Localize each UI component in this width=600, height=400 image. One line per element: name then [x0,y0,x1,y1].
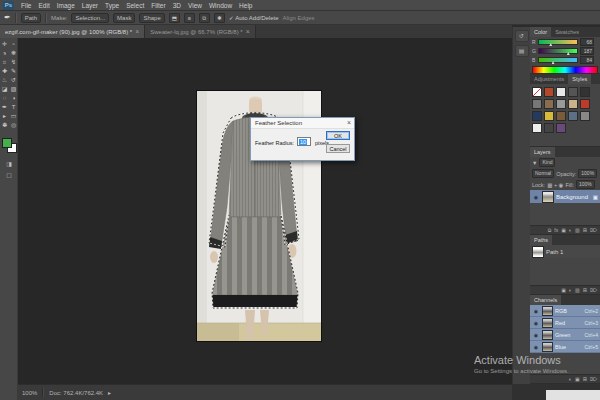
pen-tool[interactable]: ✒ [0,103,9,112]
history-brush-tool[interactable]: ↺ [9,76,18,85]
style-swatch[interactable] [568,87,578,97]
tab-paths[interactable]: Paths [530,235,552,245]
style-swatch[interactable] [580,99,590,109]
green-value-field[interactable]: 187 [580,47,594,55]
hand-tool[interactable]: ✽ [0,121,9,130]
menu-file[interactable]: File [21,0,31,11]
quick-selection-tool[interactable]: ❋ [9,49,18,58]
adjustment-layer-icon[interactable]: ◐ [569,227,572,233]
style-swatch[interactable] [580,87,590,97]
zoom-level-field[interactable]: 100% [22,390,37,396]
blue-value-field[interactable]: 84 [580,56,594,64]
path-row[interactable]: Path 1 [530,245,600,258]
new-path-icon[interactable]: ⊞ [583,287,587,293]
zoom-tool[interactable]: ◎ [9,121,18,130]
tab-color[interactable]: Color [530,27,551,37]
channel-row-green[interactable]: ◉ Green Ctrl+4 [530,329,600,341]
path-arrangement-icon[interactable]: ⧉ [199,13,210,23]
status-options-arrow[interactable]: ▸ [108,389,111,396]
layer-effects-icon[interactable]: fx [554,227,558,233]
pen-tool-icon[interactable]: ✒ [4,13,11,22]
tab-adjustments[interactable]: Adjustments [530,74,568,84]
brush-tool[interactable]: ✎ [9,67,18,76]
style-swatch[interactable] [556,123,566,133]
move-tool[interactable]: ✛ [0,40,9,49]
properties-panel-icon[interactable]: ▤ [515,45,529,57]
menu-edit[interactable]: Edit [38,0,49,11]
save-channel-icon[interactable]: ▣ [575,376,580,382]
path-operations-icon[interactable]: ⬒ [169,13,180,23]
style-swatch[interactable] [532,111,542,121]
eyedropper-tool[interactable]: ↯ [9,58,18,67]
rectangular-marquee-tool[interactable]: ▫ [9,40,18,49]
channel-row-red[interactable]: ◉ Red Ctrl+3 [530,317,600,329]
crop-tool[interactable]: ⌗ [0,58,9,67]
path-thumbnail[interactable] [532,246,544,258]
auto-add-delete-checkbox[interactable]: ✓ Auto Add/Delete [229,14,279,21]
color-ramp[interactable] [532,66,598,74]
style-swatch[interactable] [568,111,578,121]
tab-document-2[interactable]: Sweater-lq.jpg @ 66.7% (RGB/8) * × [145,25,256,38]
stroke-path-icon[interactable]: ◐ [569,287,572,293]
filter-icon[interactable]: ▼ [532,160,537,166]
style-swatch[interactable] [556,87,566,97]
blend-mode-dropdown[interactable]: Normal [532,169,554,178]
menu-type[interactable]: Type [105,0,119,11]
feather-radius-input[interactable]: 10 [297,137,311,146]
eye-icon[interactable]: ◉ [532,332,540,338]
delete-layer-icon[interactable]: ⌦ [590,227,597,233]
channel-row-blue[interactable]: ◉ Blue Ctrl+5 [530,341,600,353]
kind-filter-dropdown[interactable]: Kind [539,158,555,167]
lock-icons[interactable]: ▦ + ◉ [547,182,563,188]
ok-button[interactable]: OK [326,131,350,140]
align-edges-checkbox[interactable]: Align Edges [283,15,315,21]
new-channel-icon[interactable]: ⊞ [583,376,587,382]
gear-icon[interactable]: ✱ [214,13,225,23]
style-swatch[interactable] [544,99,554,109]
close-icon[interactable]: × [246,28,250,35]
style-none-swatch[interactable] [532,87,542,97]
style-swatch[interactable] [544,111,554,121]
history-panel-icon[interactable]: ↺ [515,30,529,42]
dialog-title-bar[interactable]: Feather Selection × [251,118,354,129]
menu-image[interactable]: Image [57,0,75,11]
new-layer-icon[interactable]: ⊞ [583,227,587,233]
style-swatch[interactable] [556,99,566,109]
delete-channel-icon[interactable]: ⌦ [590,376,597,382]
fill-path-icon[interactable]: ▣ [561,287,566,293]
clone-stamp-tool[interactable]: ♨ [0,76,9,85]
menu-filter[interactable]: Filter [151,0,165,11]
channel-row-rgb[interactable]: ◉ RGB Ctrl+2 [530,305,600,317]
style-swatch[interactable] [544,123,554,133]
tab-styles[interactable]: Styles [568,74,591,84]
opacity-value[interactable]: 100% [578,169,597,178]
green-slider[interactable] [538,48,578,54]
style-swatch[interactable] [532,123,542,133]
load-channel-icon[interactable]: ◐ [569,376,572,382]
make-selection-button[interactable]: Selection... [71,13,109,23]
foreground-color-swatch[interactable] [2,138,12,148]
tab-document-1[interactable]: ezgif.com-gif-maker (90).jpg @ 100% (RGB… [0,25,145,38]
style-swatch[interactable] [580,111,590,121]
link-layers-icon[interactable]: ⧉ [548,227,552,234]
load-selection-icon[interactable]: ▥ [575,287,580,293]
red-value-field[interactable]: 68 [580,38,594,46]
eraser-tool[interactable]: ◪ [0,85,9,94]
menu-window[interactable]: Window [209,0,232,11]
make-mask-button[interactable]: Mask [113,13,135,23]
make-shape-button[interactable]: Shape [139,13,164,23]
lasso-tool[interactable]: ϶ [0,49,9,58]
close-icon[interactable]: × [347,119,351,126]
eye-icon[interactable]: ◉ [532,344,540,350]
tab-channels[interactable]: Channels [530,295,561,305]
style-swatch[interactable] [544,87,554,97]
dodge-tool[interactable]: ◑ [9,94,18,103]
rectangle-tool[interactable]: ▭ [9,112,18,121]
layer-group-icon[interactable]: ▥ [575,227,580,233]
cancel-button[interactable]: Cancel [326,144,350,153]
menu-help[interactable]: Help [239,0,252,11]
layer-row-background[interactable]: ◉ Background ▣ [530,190,600,203]
tool-mode-dropdown[interactable]: Path [21,13,41,23]
type-tool[interactable]: T [9,103,18,112]
blue-slider[interactable] [538,57,578,63]
